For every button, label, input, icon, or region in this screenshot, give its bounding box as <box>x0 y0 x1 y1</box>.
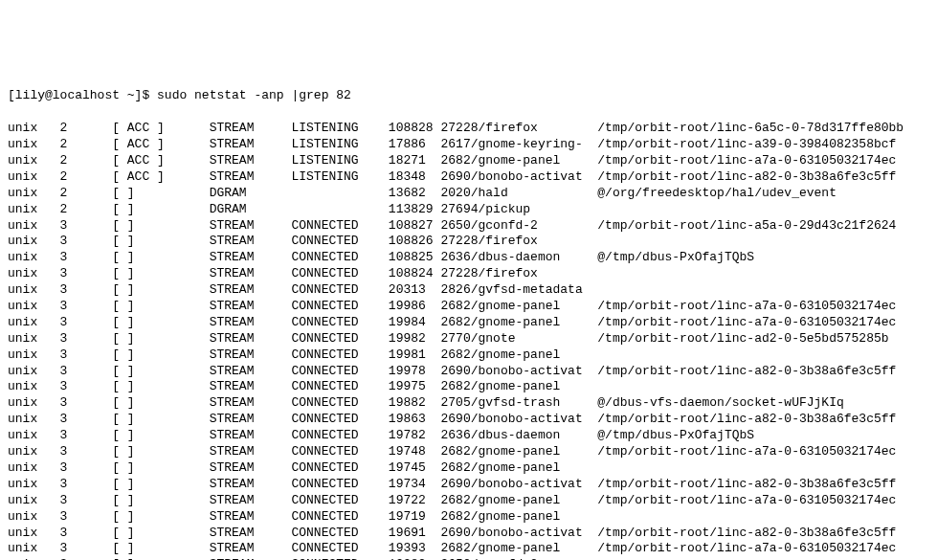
netstat-row: unix 3 [ ] STREAM CONNECTED 20313 2826/g… <box>8 282 929 299</box>
netstat-row: unix 3 [ ] STREAM CONNECTED 19393 2682/g… <box>8 541 929 557</box>
netstat-row: unix 3 [ ] STREAM CONNECTED 19863 2690/b… <box>8 412 929 428</box>
command-prompt-line: [lily@localhost ~]$ sudo netstat -anp |g… <box>8 88 929 104</box>
netstat-row: unix 3 [ ] STREAM CONNECTED 19986 2682/g… <box>8 299 929 315</box>
netstat-row: unix 3 [ ] STREAM CONNECTED 19745 2682/g… <box>8 460 929 477</box>
netstat-row: unix 3 [ ] STREAM CONNECTED 19984 2682/g… <box>8 315 929 331</box>
netstat-row: unix 3 [ ] STREAM CONNECTED 19722 2682/g… <box>8 493 929 509</box>
netstat-row: unix 2 [ ACC ] STREAM LISTENING 18348 26… <box>8 169 929 186</box>
netstat-row: unix 3 [ ] STREAM CONNECTED 19719 2682/g… <box>8 509 929 526</box>
terminal-output: [lily@localhost ~]$ sudo netstat -anp |g… <box>8 73 929 560</box>
netstat-row: unix 3 [ ] STREAM CONNECTED 19975 2682/g… <box>8 379 929 395</box>
netstat-row: unix 2 [ ACC ] STREAM LISTENING 18271 26… <box>8 153 929 169</box>
netstat-rows: unix 2 [ ACC ] STREAM LISTENING 108828 2… <box>8 121 929 560</box>
netstat-row: unix 3 [ ] STREAM CONNECTED 108825 2636/… <box>8 250 929 266</box>
netstat-row: unix 3 [ ] STREAM CONNECTED 19782 2636/d… <box>8 428 929 444</box>
netstat-row: unix 3 [ ] STREAM CONNECTED 19734 2690/b… <box>8 477 929 493</box>
netstat-row: unix 3 [ ] STREAM CONNECTED 19882 2705/g… <box>8 395 929 412</box>
netstat-row: unix 2 [ ] DGRAM 113829 27694/pickup <box>8 202 929 218</box>
netstat-row: unix 3 [ ] STREAM CONNECTED 19748 2682/g… <box>8 444 929 460</box>
netstat-row: unix 3 [ ] STREAM CONNECTED 19691 2690/b… <box>8 526 929 542</box>
netstat-row: unix 3 [ ] STREAM CONNECTED 19981 2682/g… <box>8 347 929 364</box>
netstat-row: unix 3 [ ] STREAM CONNECTED 108826 27228… <box>8 234 929 250</box>
netstat-row: unix 3 [ ] STREAM CONNECTED 19982 2770/g… <box>8 331 929 347</box>
netstat-row: unix 2 [ ACC ] STREAM LISTENING 17886 26… <box>8 137 929 153</box>
netstat-row: unix 3 [ ] STREAM CONNECTED 19978 2690/b… <box>8 364 929 380</box>
netstat-row: unix 3 [ ] STREAM CONNECTED 108827 2650/… <box>8 218 929 235</box>
netstat-row: unix 3 [ ] STREAM CONNECTED 108824 27228… <box>8 266 929 282</box>
netstat-row: unix 2 [ ACC ] STREAM LISTENING 108828 2… <box>8 121 929 137</box>
netstat-row: unix 2 [ ] DGRAM 13682 2020/hald @/org/f… <box>8 186 929 202</box>
